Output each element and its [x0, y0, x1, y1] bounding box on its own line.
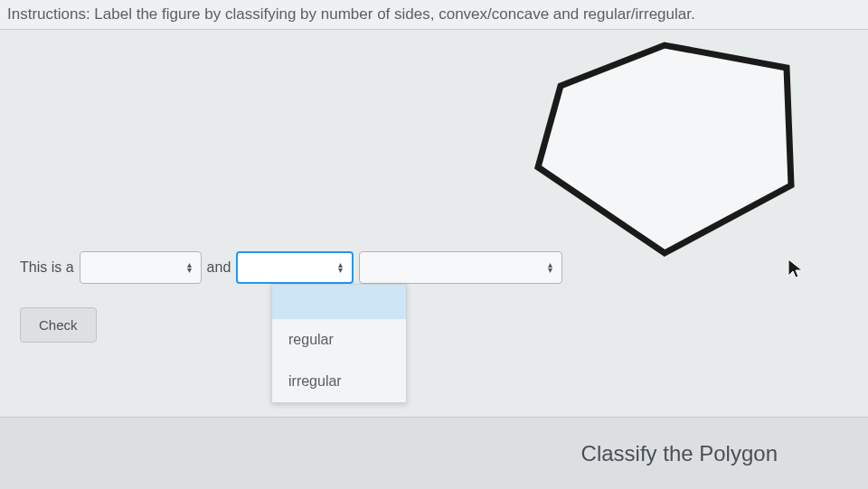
polygon-figure	[506, 27, 814, 262]
dropdown-option-blank[interactable]	[272, 285, 406, 319]
select-sides[interactable]: ▴▾	[80, 251, 202, 284]
question-prefix: This is a	[20, 259, 74, 276]
question-connector: and	[207, 259, 231, 276]
footer-title: Classify the Polygon	[581, 441, 778, 466]
select-arrows-icon: ▴▾	[338, 262, 343, 273]
footer-bar: Classify the Polygon	[0, 417, 868, 489]
check-button[interactable]: Check	[20, 307, 97, 343]
question-row: This is a ▴▾ and ▴▾ ▴▾	[20, 251, 562, 284]
select-convexity[interactable]: ▴▾	[359, 251, 562, 284]
dropdown-option-regular[interactable]: regular	[272, 319, 406, 361]
select-regularity[interactable]: ▴▾	[236, 251, 354, 284]
cursor-icon	[787, 258, 805, 285]
dropdown-option-irregular[interactable]: irregular	[272, 361, 406, 402]
instructions-text: Instructions: Label the figure by classi…	[0, 0, 868, 30]
select-arrows-icon: ▴▾	[548, 262, 552, 273]
svg-marker-0	[538, 45, 791, 253]
select-arrows-icon: ▴▾	[187, 262, 192, 273]
dropdown-menu: regular irregular	[271, 284, 407, 403]
